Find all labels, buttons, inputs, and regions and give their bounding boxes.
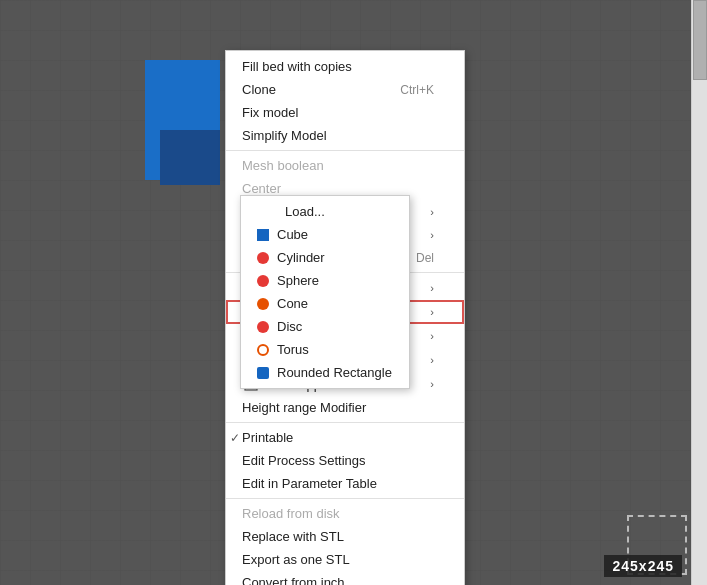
menu-item-reload-disk: Reload from disk	[226, 502, 464, 525]
submenu-item-cube[interactable]: Cube	[241, 223, 409, 246]
3d-object-shadow	[160, 130, 220, 185]
vertical-scrollbar[interactable]	[691, 0, 707, 585]
submenu-item-load[interactable]: Load...	[241, 200, 409, 223]
menu-item-edit-parameter[interactable]: Edit in Parameter Table	[226, 472, 464, 495]
menu-item-export-stl[interactable]: Export as one STL	[226, 548, 464, 571]
cone-icon	[257, 298, 269, 310]
submenu-item-cone[interactable]: Cone	[241, 292, 409, 315]
menu-item-fix-model[interactable]: Fix model	[226, 101, 464, 124]
menu-item-convert-inch[interactable]: Convert from inch	[226, 571, 464, 585]
separator-1	[226, 150, 464, 151]
cube-icon	[257, 229, 269, 241]
submenu-item-rounded-rect[interactable]: Rounded Rectangle	[241, 361, 409, 384]
submenu-add-negative-part: Load... Cube Cylinder Sphere Cone Disc T…	[240, 195, 410, 389]
size-indicator: 245x245	[604, 555, 682, 577]
add-support-blocker-arrow-icon: ›	[430, 354, 434, 366]
submenu-item-torus[interactable]: Torus	[241, 338, 409, 361]
submenu-item-sphere[interactable]: Sphere	[241, 269, 409, 292]
sphere-icon	[257, 275, 269, 287]
printable-checkmark: ✓	[230, 431, 240, 445]
separator-3	[226, 422, 464, 423]
menu-item-height-range[interactable]: Height range Modifier	[226, 396, 464, 419]
menu-item-edit-process[interactable]: Edit Process Settings	[226, 449, 464, 472]
menu-item-clone[interactable]: Clone Ctrl+K	[226, 78, 464, 101]
add-negative-arrow-icon: ›	[430, 306, 434, 318]
menu-item-replace-stl[interactable]: Replace with STL	[226, 525, 464, 548]
menu-item-fill-bed[interactable]: Fill bed with copies	[226, 55, 464, 78]
add-part-arrow-icon: ›	[430, 282, 434, 294]
submenu-item-disc[interactable]: Disc	[241, 315, 409, 338]
menu-item-mesh-boolean: Mesh boolean	[226, 154, 464, 177]
cylinder-icon	[257, 252, 269, 264]
submenu-item-cylinder[interactable]: Cylinder	[241, 246, 409, 269]
scrollbar-thumb[interactable]	[693, 0, 707, 80]
rounded-rect-icon	[257, 367, 269, 379]
split-arrow-icon: ›	[430, 206, 434, 218]
menu-item-printable[interactable]: ✓ Printable	[226, 426, 464, 449]
torus-icon	[257, 344, 269, 356]
separator-4	[226, 498, 464, 499]
mirror-arrow-icon: ›	[430, 229, 434, 241]
disc-icon	[257, 321, 269, 333]
add-support-enforcer-arrow-icon: ›	[430, 378, 434, 390]
add-modifier-arrow-icon: ›	[430, 330, 434, 342]
menu-item-simplify[interactable]: Simplify Model	[226, 124, 464, 147]
